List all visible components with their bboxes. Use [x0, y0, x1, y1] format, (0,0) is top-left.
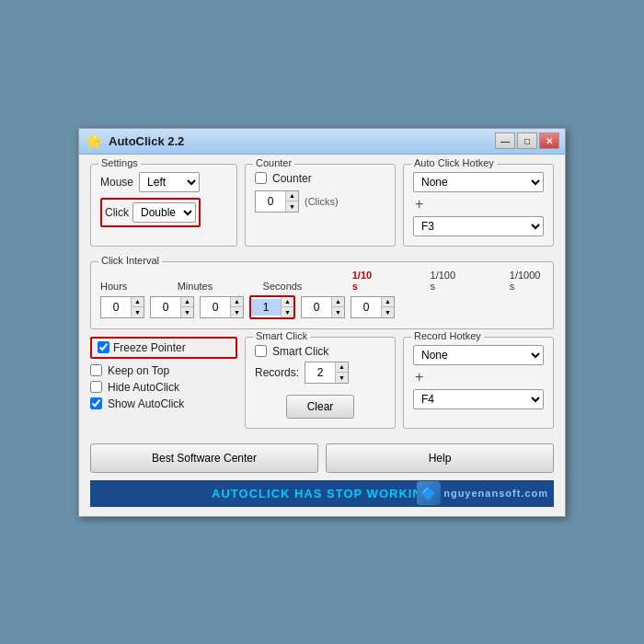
thousandth-spinner: ▲ ▼: [351, 296, 395, 318]
record-hotkey-plus: +: [415, 369, 542, 385]
hundredth-label: 1/100 s: [431, 270, 460, 292]
record-key2-select[interactable]: F1F2F3 F4F5F6: [413, 389, 544, 409]
seconds-label: Seconds: [263, 281, 303, 292]
counter-checkbox[interactable]: [255, 172, 267, 184]
tenth-input[interactable]: [251, 299, 281, 316]
records-label: Records:: [255, 366, 299, 379]
smart-checkbox-label: Smart Click: [272, 345, 328, 358]
hotkey-section: Auto Click Hotkey None Ctrl Alt Shift + …: [403, 164, 554, 247]
freeze-checkbox[interactable]: [98, 341, 109, 353]
best-software-button[interactable]: Best Software Center: [90, 443, 318, 473]
seconds-col-label: Seconds: [263, 281, 303, 292]
thousandth-down-btn[interactable]: ▼: [381, 307, 394, 317]
watermark-icon-symbol: 🔷: [420, 486, 437, 500]
settings-section: Settings Mouse Left Right Middle Click S…: [90, 164, 237, 247]
counter-label: Counter: [253, 157, 294, 168]
hours-input[interactable]: [101, 299, 131, 316]
help-button[interactable]: Help: [326, 443, 554, 473]
thousandth-input[interactable]: [351, 299, 381, 316]
settings-label: Settings: [98, 157, 141, 168]
hotkey-col: None Ctrl Alt Shift + F1F2F3 F4F5F6: [413, 172, 544, 236]
hotkey-label: Auto Click Hotkey: [411, 157, 497, 168]
record-hotkey-label: Record Hotkey: [411, 330, 484, 341]
records-up-btn[interactable]: ▲: [335, 362, 348, 373]
keeptop-checkbox[interactable]: [90, 364, 102, 376]
counter-up-btn[interactable]: ▲: [285, 191, 298, 201]
records-input[interactable]: [305, 364, 335, 381]
smart-checkbox[interactable]: [255, 345, 267, 357]
counter-section: Counter Counter 0 ▲ ▼ (Clicks): [245, 164, 396, 247]
minutes-col-label: Minutes: [178, 281, 213, 292]
maximize-button[interactable]: □: [517, 132, 537, 149]
keeptop-row: Keep on Top: [90, 364, 237, 377]
counter-checkbox-row: Counter: [255, 172, 385, 185]
interval-section: Click Interval Hours Minutes Seconds 1/1…: [90, 261, 554, 329]
seconds-spinner: ▲ ▼: [200, 296, 244, 318]
clear-btn-container: Clear: [255, 389, 385, 419]
seconds-up-btn[interactable]: ▲: [230, 297, 243, 307]
seconds-input[interactable]: [201, 299, 230, 316]
content-area: Settings Mouse Left Right Middle Click S…: [79, 155, 565, 516]
interval-spinners-row: ▲ ▼ ▲ ▼ ▲ ▼: [100, 295, 544, 319]
records-spinner: ▲ ▼: [305, 362, 349, 384]
title-bar-left: ⭐ AutoClick 2.2: [85, 132, 184, 150]
seconds-down-btn[interactable]: ▼: [230, 307, 243, 317]
footer-buttons: Best Software Center Help: [90, 443, 554, 473]
minutes-up-btn[interactable]: ▲: [180, 297, 193, 307]
thousandth-label: 1/1000 s: [510, 270, 544, 292]
counter-input[interactable]: 0: [256, 193, 285, 210]
hide-checkbox[interactable]: [90, 381, 102, 393]
options-section: Freeze Pointer Keep on Top Hide AutoClic…: [90, 337, 237, 436]
hundredth-input[interactable]: [302, 299, 331, 316]
smart-label: Smart Click: [253, 330, 310, 341]
top-sections: Settings Mouse Left Right Middle Click S…: [90, 164, 554, 254]
hundredth-down-btn[interactable]: ▼: [331, 307, 344, 317]
hotkey-plus: +: [415, 196, 542, 213]
minutes-input[interactable]: [151, 299, 180, 316]
status-text: AUTOCLICK HAS STOP WORKING: [212, 487, 432, 500]
tenth-up-btn[interactable]: ▲: [281, 297, 293, 307]
close-button[interactable]: ✕: [539, 132, 559, 149]
watermark-text: nguyenansoft.com: [443, 488, 548, 499]
minutes-spinner: ▲ ▼: [150, 296, 194, 318]
thousandth-col-label: 1/1000 s: [510, 270, 544, 292]
clear-button[interactable]: Clear: [286, 395, 355, 419]
records-row: Records: ▲ ▼: [255, 362, 385, 384]
title-bar: ⭐ AutoClick 2.2 — □ ✕: [79, 129, 565, 155]
smart-checkbox-row: Smart Click: [255, 345, 385, 358]
records-down-btn[interactable]: ▼: [335, 373, 348, 383]
window-title: AutoClick 2.2: [109, 134, 184, 148]
hours-down-btn[interactable]: ▼: [131, 307, 144, 317]
interval-labels-row: Hours Minutes Seconds 1/10 s 1/100 s: [100, 270, 544, 292]
click-select[interactable]: Single Double Triple: [132, 202, 196, 223]
main-window: ⭐ AutoClick 2.2 — □ ✕ Settings Mouse Lef…: [78, 128, 566, 517]
minimize-button[interactable]: —: [495, 132, 515, 149]
tenth-spinner: ▲ ▼: [249, 295, 295, 319]
minutes-down-btn[interactable]: ▼: [180, 307, 193, 317]
tenth-col-label: 1/10 s: [352, 270, 377, 292]
minutes-label: Minutes: [178, 281, 213, 292]
mouse-select[interactable]: Left Right Middle: [139, 172, 200, 192]
bottom-sections: Freeze Pointer Keep on Top Hide AutoClic…: [90, 337, 554, 436]
hours-up-btn[interactable]: ▲: [131, 297, 144, 307]
show-label: Show AutoClick: [108, 397, 184, 410]
status-bar: AUTOCLICK HAS STOP WORKING 🔷 nguyenansof…: [90, 480, 554, 507]
watermark-icon: 🔷: [417, 481, 441, 505]
thousandth-up-btn[interactable]: ▲: [381, 297, 394, 307]
click-highlight-box: Click Single Double Triple: [100, 198, 201, 227]
mouse-label: Mouse: [100, 176, 133, 189]
keeptop-label: Keep on Top: [108, 364, 169, 377]
record-key1-select[interactable]: None Ctrl Alt Shift: [413, 345, 544, 365]
hotkey-key1-select[interactable]: None Ctrl Alt Shift: [413, 172, 544, 192]
hundredth-up-btn[interactable]: ▲: [331, 297, 344, 307]
freeze-label: Freeze Pointer: [113, 341, 186, 354]
click-row: Click Single Double Triple: [100, 198, 227, 227]
tenth-down-btn[interactable]: ▼: [281, 307, 293, 317]
hotkey-key2-select[interactable]: F1F2F3 F4F5F6: [413, 216, 544, 236]
hours-label: Hours: [100, 281, 127, 292]
show-checkbox[interactable]: [90, 397, 102, 409]
hours-spinner-btns: ▲ ▼: [131, 297, 144, 317]
counter-down-btn[interactable]: ▼: [285, 201, 298, 212]
smart-section: Smart Click Smart Click Records: ▲ ▼: [245, 337, 396, 429]
counter-value-row: 0 ▲ ▼ (Clicks): [255, 190, 385, 213]
